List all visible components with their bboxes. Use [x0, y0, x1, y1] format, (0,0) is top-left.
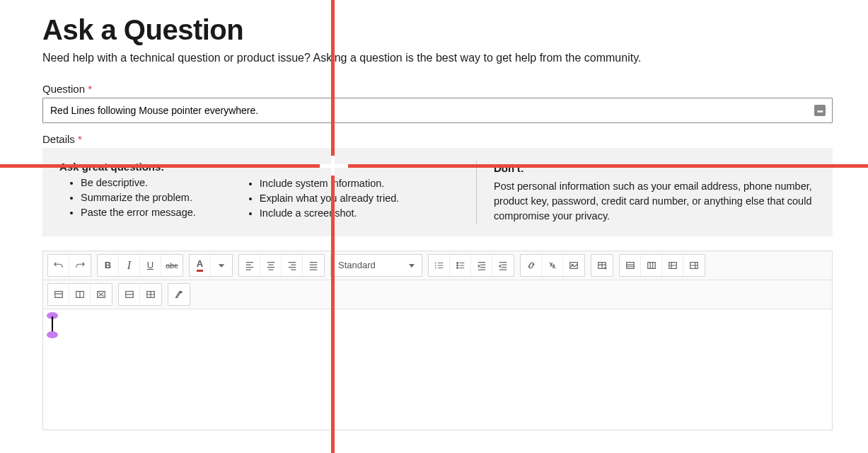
align-right-button[interactable]	[282, 255, 303, 276]
tips-panel: Ask great questions: Be descriptive. Sum…	[42, 148, 833, 236]
undo-button[interactable]	[48, 255, 69, 276]
table-delete-button[interactable]	[91, 284, 112, 305]
strikethrough-button[interactable]: abc	[161, 255, 183, 276]
bulleted-list-button[interactable]	[450, 255, 471, 276]
question-input[interactable]	[42, 98, 833, 123]
tip-item: Summarize the problem.	[81, 190, 196, 205]
svg-rect-10	[54, 291, 62, 297]
details-editor-body[interactable]	[43, 309, 832, 430]
question-label: Question *	[42, 83, 833, 95]
table-cell-right-button[interactable]	[683, 255, 705, 276]
merge-cells-button[interactable]	[119, 284, 140, 305]
outdent-button[interactable]	[492, 255, 514, 276]
svg-rect-7	[647, 262, 655, 268]
tip-item: Include a screenshot.	[260, 206, 399, 221]
details-label: Details *	[42, 133, 833, 145]
align-center-button[interactable]	[260, 255, 282, 276]
clear-format-button[interactable]	[168, 284, 190, 305]
crosshair-horizontal-icon	[0, 164, 868, 168]
svg-rect-6	[626, 262, 634, 268]
rich-editor: B I U abc A Standard	[42, 251, 833, 430]
table-row-button[interactable]	[620, 255, 641, 276]
table-cell-left-button[interactable]	[662, 255, 683, 276]
tip-item: Include system information.	[260, 176, 399, 191]
text-color-button[interactable]: A	[190, 255, 211, 276]
svg-point-2	[456, 267, 458, 268]
tips-dont-heading: Don't:	[494, 161, 816, 176]
align-justify-button[interactable]	[303, 255, 324, 276]
redo-button[interactable]	[69, 255, 91, 276]
indent-button[interactable]	[471, 255, 492, 276]
selection-handle-icon[interactable]	[47, 331, 58, 338]
page-title: Ask a Question	[42, 14, 833, 46]
table-insert-row-button[interactable]	[48, 284, 69, 305]
italic-button[interactable]: I	[119, 255, 140, 276]
tip-item: Explain what you already tried.	[260, 191, 399, 206]
tips-dont-text: Post personal information such as your e…	[494, 179, 816, 224]
format-select[interactable]: Standard	[330, 254, 422, 277]
text-color-dropdown[interactable]	[211, 255, 232, 276]
table-col-button[interactable]	[641, 255, 662, 276]
tip-item: Be descriptive.	[81, 176, 196, 190]
svg-point-1	[456, 265, 458, 266]
numbered-list-button[interactable]	[429, 255, 450, 276]
table-insert-col-button[interactable]	[69, 284, 91, 305]
input-more-icon[interactable]: •••	[814, 105, 826, 116]
bold-button[interactable]: B	[98, 255, 119, 276]
align-left-button[interactable]	[239, 255, 260, 276]
link-button[interactable]	[521, 255, 542, 276]
image-button[interactable]	[563, 255, 584, 276]
text-caret-icon	[52, 316, 53, 332]
svg-point-0	[456, 262, 458, 263]
tip-item: Paste the error message.	[81, 205, 196, 220]
unlink-button[interactable]	[542, 255, 563, 276]
underline-button[interactable]: U	[140, 255, 161, 276]
split-cell-button[interactable]	[140, 284, 161, 305]
insert-table-button[interactable]	[591, 255, 613, 276]
page-subtitle: Need help with a technical question or p…	[42, 52, 833, 64]
crosshair-vertical-icon	[331, 0, 335, 453]
